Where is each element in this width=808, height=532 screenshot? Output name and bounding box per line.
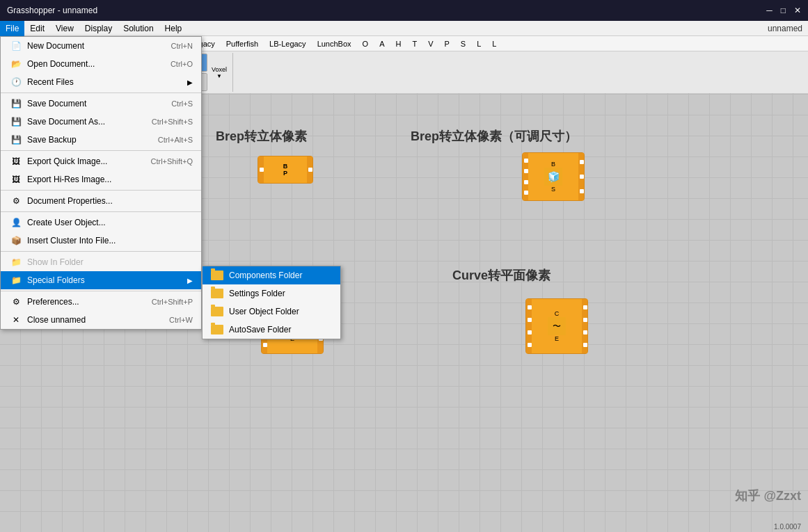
settings-folder-icon xyxy=(211,289,223,298)
voxel-label: Voxel ▼ xyxy=(209,65,230,80)
plugin-tab-a[interactable]: A xyxy=(374,38,390,49)
fm-sep-5 xyxy=(1,251,201,252)
fm-show-in-folder: 📁 Show In Folder xyxy=(1,253,201,271)
file-menu: 📄 New Document Ctrl+N 📂 Open Document...… xyxy=(0,36,202,330)
title-bar: Grasshopper - unnamed ─ □ ✕ xyxy=(0,0,808,21)
app-title: Grasshopper - unnamed xyxy=(7,6,97,15)
plugin-tab-lunchbox[interactable]: LunchBox xyxy=(312,38,357,49)
sfm-settings-folder[interactable]: Settings Folder xyxy=(203,284,340,303)
fm-sep-2 xyxy=(1,150,201,151)
sfm-components-folder[interactable]: Components Folder xyxy=(203,266,340,284)
new-doc-icon: 📄 xyxy=(9,39,23,53)
components-folder-icon xyxy=(211,271,223,280)
plugin-tab-t[interactable]: T xyxy=(406,38,422,49)
recent-files-icon: 🕐 xyxy=(9,75,23,89)
window-title-right: unnamed xyxy=(768,24,808,33)
menu-bar: File Edit View Display Solution Help unn… xyxy=(0,21,808,36)
fm-doc-properties[interactable]: ⚙ Document Properties... xyxy=(1,192,201,210)
gh-component-brep1[interactable]: BP xyxy=(258,156,313,184)
sfm-autosave-folder[interactable]: AutoSave Folder xyxy=(203,321,340,339)
fm-create-user-object[interactable]: 👤 Create User Object... xyxy=(1,213,201,232)
plugin-tab-pufferfish[interactable]: Pufferfish xyxy=(221,38,264,49)
minimize-button[interactable]: ─ xyxy=(766,6,773,15)
export-hires-icon: 🖼 xyxy=(9,172,23,186)
fm-save-as[interactable]: 💾 Save Document As... Ctrl+Shift+S xyxy=(1,113,201,131)
plugin-tab-l2[interactable]: L xyxy=(486,38,502,49)
fm-export-quick[interactable]: 🖼 Export Quick Image... Ctrl+Shift+Q xyxy=(1,152,201,170)
label-brep2: Brep转立体像素（可调尺寸） xyxy=(411,128,577,145)
plugin-tab-l1[interactable]: L xyxy=(471,38,486,49)
fm-preferences[interactable]: ⚙ Preferences... Ctrl+Shift+P xyxy=(1,293,201,311)
show-folder-icon: 📁 xyxy=(9,255,23,269)
menu-edit[interactable]: Edit xyxy=(24,21,50,36)
plugin-tab-s[interactable]: S xyxy=(455,38,471,49)
gh-port-left-c2 xyxy=(526,299,532,353)
gh-port-right-c2 xyxy=(582,299,587,353)
fm-sep-3 xyxy=(1,190,201,191)
export-quick-icon: 🖼 xyxy=(9,154,23,168)
version-label: 1.0.0007 xyxy=(774,523,801,531)
window-controls: ─ □ ✕ xyxy=(766,6,801,15)
pref-icon: ⚙ xyxy=(9,295,23,309)
fm-new-document[interactable]: 📄 New Document Ctrl+N xyxy=(1,37,201,55)
save-as-icon: 💾 xyxy=(9,115,23,129)
menu-display[interactable]: Display xyxy=(79,21,118,36)
gh-port-right-b2 xyxy=(578,153,584,200)
watermark: 知乎 @Zzxt xyxy=(735,487,801,504)
cluster-icon: 📦 xyxy=(9,234,23,248)
fm-save-backup[interactable]: 💾 Save Backup Ctrl+Alt+S xyxy=(1,131,201,149)
doc-props-icon: ⚙ xyxy=(9,194,23,208)
plugin-tab-p[interactable]: P xyxy=(439,38,455,49)
save-doc-icon: 💾 xyxy=(9,97,23,111)
maximize-button[interactable]: □ xyxy=(781,6,786,15)
user-obj-icon: 👤 xyxy=(9,216,23,229)
fm-sep-1 xyxy=(1,92,201,93)
label-curve2: Curve转平面像素 xyxy=(452,267,550,284)
open-doc-icon: 📂 xyxy=(9,57,23,71)
fm-close[interactable]: ✕ Close unnamed Ctrl+W xyxy=(1,311,201,329)
plugin-tab-lb-legacy[interactable]: LB-Legacy xyxy=(264,38,312,49)
gh-component-curve2[interactable]: C 〜 E xyxy=(525,298,588,354)
fm-open-document[interactable]: 📂 Open Document... Ctrl+O xyxy=(1,55,201,73)
gh-port-left-b1 xyxy=(258,156,264,183)
fm-sep-6 xyxy=(1,291,201,291)
plugin-tab-o[interactable]: O xyxy=(357,38,374,49)
gh-component-brep2[interactable]: B 🧊 S xyxy=(522,152,585,201)
special-folders-submenu: Components Folder Settings Folder User O… xyxy=(202,266,341,339)
sfm-user-object-folder[interactable]: User Object Folder xyxy=(203,303,340,321)
menu-solution[interactable]: Solution xyxy=(118,21,159,36)
plugin-tab-h[interactable]: H xyxy=(390,38,406,49)
plugin-tab-v[interactable]: V xyxy=(422,38,438,49)
special-folders-icon: 📁 xyxy=(9,273,23,287)
menu-view[interactable]: View xyxy=(50,21,79,36)
fm-insert-cluster[interactable]: 📦 Insert Cluster Into File... xyxy=(1,232,201,250)
gh-port-left-b2 xyxy=(523,153,528,200)
fm-special-folders[interactable]: 📁 Special Folders ▶ xyxy=(1,271,201,289)
gh-port-right-b1 xyxy=(307,156,312,183)
close-button[interactable]: ✕ xyxy=(794,6,801,15)
user-object-folder-icon xyxy=(211,307,223,316)
label-brep1: Brep转立体像素 xyxy=(216,128,307,145)
fm-export-hires[interactable]: 🖼 Export Hi-Res Image... xyxy=(1,170,201,188)
close-icon: ✕ xyxy=(9,313,23,327)
fm-sep-4 xyxy=(1,211,201,212)
fm-recent-files[interactable]: 🕐 Recent Files ▶ xyxy=(1,73,201,91)
menu-help[interactable]: Help xyxy=(159,21,188,36)
fm-save-document[interactable]: 💾 Save Document Ctrl+S xyxy=(1,95,201,113)
menu-file[interactable]: File xyxy=(0,21,24,36)
autosave-folder-icon xyxy=(211,325,223,334)
backup-icon: 💾 xyxy=(9,133,23,147)
